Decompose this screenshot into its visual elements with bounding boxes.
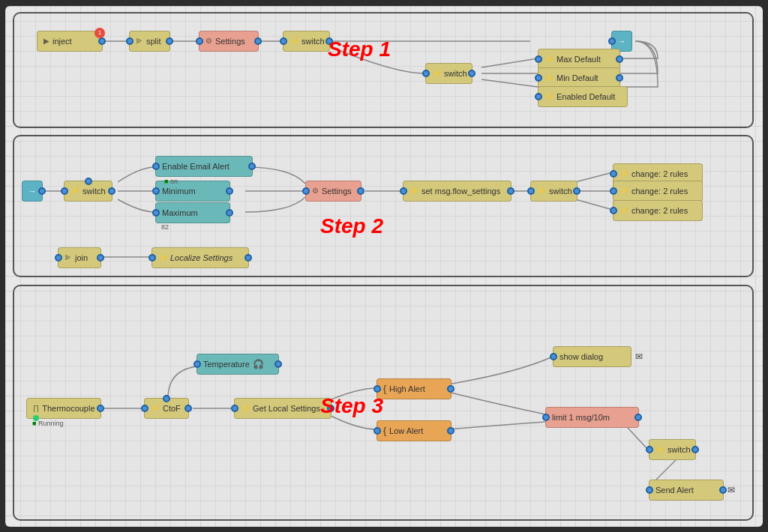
localize-icon: ⚡: [158, 253, 167, 262]
enabled-default-input: [535, 93, 542, 100]
enabled-default-icon: ⚡: [544, 92, 554, 100]
s2-switch-top: [85, 178, 92, 185]
s2-settings-output: [357, 187, 364, 195]
node-get-local[interactable]: ⚡ Get Local Settings: [234, 398, 332, 419]
s1-switch-icon: ⚡: [290, 37, 298, 45]
node-s1-switch2[interactable]: ⚡ switch: [425, 63, 472, 84]
node-show-dialog[interactable]: show dialog ✉: [553, 346, 632, 367]
change1-icon: ⚡: [620, 169, 628, 178]
s2-switch-icon: ⚡: [70, 187, 80, 195]
localize-output: [244, 254, 252, 262]
node-set-flow[interactable]: ⚡ set msg.flow_settings: [403, 181, 512, 202]
set-flow-output: [507, 187, 514, 195]
node-ctof[interactable]: ⚡ CtoF: [144, 398, 189, 419]
minimum-output: [226, 187, 233, 195]
node-maximum[interactable]: Maximum: [155, 202, 230, 223]
max-default-icon: ⚡: [544, 55, 554, 63]
send-alert-input: [646, 486, 653, 494]
step2-label: Step 2: [320, 214, 383, 238]
node-s3-switch[interactable]: ⚡ switch: [649, 439, 696, 460]
split-output-port: [166, 37, 173, 45]
node-split[interactable]: ⫸ split: [129, 31, 170, 52]
set-flow-input: [400, 187, 407, 195]
node-email-alert[interactable]: Enable Email Alert: [155, 156, 253, 177]
min-default-icon: ⚡: [544, 73, 554, 82]
show-dialog-input: [550, 353, 557, 360]
node-limit[interactable]: limit 1 msg/10m: [545, 407, 639, 428]
limit-input: [542, 414, 550, 421]
main-canvas: Step 1 ▶ inject 1 ⫸ split ⚙ Settings ⚡ s…: [5, 6, 763, 527]
join-icon: ⫸: [64, 253, 72, 262]
split-icon: ⫸: [136, 37, 143, 45]
temperature-icon: 🎧: [253, 359, 264, 369]
low-alert-brace-icon: {: [383, 426, 386, 436]
node-low-alert[interactable]: { Low Alert: [376, 420, 452, 441]
s2-switch2-output: [573, 187, 580, 195]
settings-icon: ⚙: [206, 37, 212, 45]
change2-input: [610, 187, 617, 195]
high-alert-output: [447, 385, 454, 393]
node-join[interactable]: ⫸ join: [58, 247, 101, 268]
s1-switch2-icon: ⚡: [432, 69, 441, 77]
s1-switch2-input: [422, 70, 430, 77]
node-thermocouple[interactable]: ∏ Thermocouple: [26, 398, 101, 419]
node-max-default[interactable]: ⚡ Max Default: [538, 49, 620, 70]
temperature-output: [274, 360, 282, 368]
s2-settings-icon: ⚙: [312, 187, 319, 195]
max-default-output: [616, 55, 623, 63]
step3-label: Step 3: [320, 394, 383, 418]
s1-switch-input: [280, 37, 287, 45]
ctof-icon: ⚡: [151, 404, 160, 412]
max-default-input: [535, 55, 542, 63]
node-high-alert[interactable]: { High Alert: [376, 378, 452, 399]
s2-in-output: [38, 187, 46, 195]
inject-badge: 1: [94, 28, 105, 38]
inject-icon: ▶: [44, 37, 50, 45]
node-inject[interactable]: ▶ inject 1: [37, 31, 103, 52]
temperature-input: [194, 360, 201, 368]
get-local-input: [231, 405, 238, 412]
node-send-alert[interactable]: Send Alert ✉: [649, 480, 724, 501]
s1-out-input: [608, 37, 616, 45]
maximum-output: [226, 209, 233, 217]
show-dialog-envelope-icon: ✉: [635, 351, 643, 362]
maximum-input: [152, 209, 160, 217]
node-s2-switch2[interactable]: ⚡ switch: [530, 181, 578, 202]
node-localize[interactable]: ⚡ Localize Settings: [152, 247, 249, 268]
running-label: ■ Running: [32, 420, 63, 427]
node-change2[interactable]: ⚡ change: 2 rules: [613, 181, 703, 202]
node-min-default[interactable]: ⚡ Min Default: [538, 67, 620, 88]
minimum-input: [152, 187, 160, 195]
node-s1-switch[interactable]: ⚡ switch: [283, 31, 330, 52]
thermocouple-output: [97, 405, 104, 412]
step1-label: Step 1: [328, 37, 391, 61]
get-local-icon: ⚡: [241, 404, 250, 412]
s1-switch2-output: [468, 70, 476, 77]
send-alert-output: [719, 486, 727, 494]
change3-icon: ⚡: [620, 206, 628, 214]
node-s1-settings[interactable]: ⚙ Settings: [199, 31, 259, 52]
node-enabled-default[interactable]: ⚡ Enabled Default: [538, 86, 628, 107]
s3-switch-output: [692, 446, 699, 453]
low-alert-output: [447, 427, 454, 435]
node-s2-in[interactable]: →: [22, 181, 43, 202]
limit-output: [634, 414, 642, 421]
email-input: [152, 163, 160, 170]
min-default-input: [535, 74, 542, 82]
email-on-label: ■ on: [164, 178, 178, 185]
node-change3[interactable]: ⚡ change: 2 rules: [613, 200, 703, 221]
s2-settings-input: [302, 187, 310, 195]
section-1: [13, 12, 754, 128]
low-alert-input: [374, 427, 381, 435]
change3-input: [610, 207, 617, 214]
node-s2-switch[interactable]: ⚡ switch: [64, 181, 112, 202]
email-output: [248, 163, 256, 170]
set-flow-icon: ⚡: [410, 187, 418, 195]
node-temperature[interactable]: Temperature 🎧: [196, 354, 279, 375]
localize-input: [148, 254, 156, 262]
node-s2-settings[interactable]: ⚙ Settings: [305, 181, 362, 202]
s2-switch-input: [61, 187, 68, 195]
change2-icon: ⚡: [620, 187, 628, 195]
s2-switch2-input: [527, 187, 535, 195]
change1-input: [610, 170, 617, 178]
